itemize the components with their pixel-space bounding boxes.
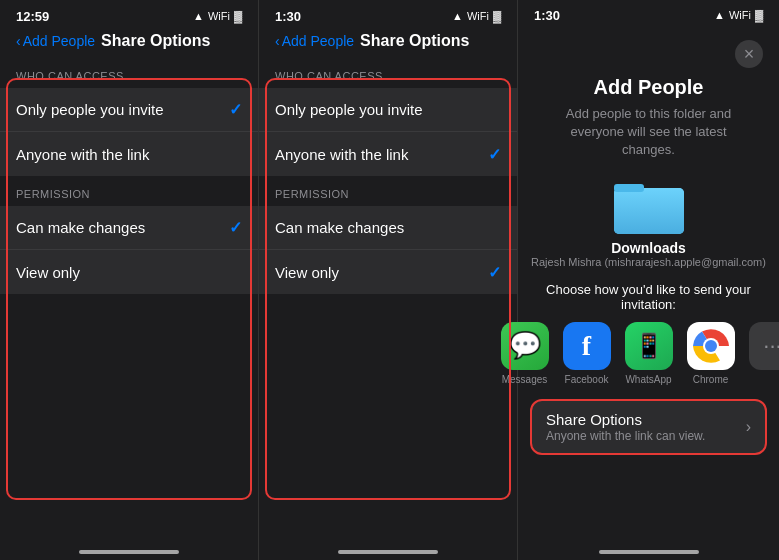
checkmark-viewonly-2: ✓ <box>488 263 501 282</box>
list-item[interactable]: Only people you invite <box>259 88 517 132</box>
folder-name: Downloads <box>518 240 779 256</box>
status-bar-1: 12:59 ▲ WiFi ▓ <box>0 0 258 28</box>
back-label-1: Add People <box>23 33 95 49</box>
list-item[interactable]: Can make changes ✓ <box>0 206 258 250</box>
nav-bar-2: ‹ Add People Share Options <box>259 28 517 58</box>
wifi-icon-2: WiFi <box>467 10 489 22</box>
chrome-label: Chrome <box>693 374 729 385</box>
permission-group-2: Can make changes View only ✓ <box>259 206 517 294</box>
signal-icon: ▲ <box>193 10 204 22</box>
messages-app[interactable]: 💬 Messages <box>501 322 549 385</box>
checkmark-only-invite-1: ✓ <box>229 100 242 119</box>
back-label-2: Add People <box>282 33 354 49</box>
messages-icon-glyph: 💬 <box>509 330 541 361</box>
facebook-label: Facebook <box>565 374 609 385</box>
choose-label: Choose how you'd like to send your invit… <box>518 278 779 322</box>
status-bar-2: 1:30 ▲ WiFi ▓ <box>259 0 517 28</box>
who-can-access-header-2: WHO CAN ACCESS <box>259 58 517 88</box>
list-item[interactable]: View only ✓ <box>259 250 517 294</box>
whatsapp-icon: 📱 <box>625 322 673 370</box>
permission-header-2: PERMISSION <box>259 176 517 206</box>
facebook-app[interactable]: f Facebook <box>563 322 611 385</box>
whatsapp-label: WhatsApp <box>625 374 671 385</box>
chrome-icon <box>687 322 735 370</box>
folder-owner: Rajesh Mishra (mishrarajesh.apple@gmail.… <box>518 256 779 268</box>
close-button[interactable]: × <box>735 40 763 68</box>
only-invite-label-2: Only people you invite <box>275 101 423 118</box>
checkmark-changes-1: ✓ <box>229 218 242 237</box>
add-people-subtitle: Add people to this folder and everyone w… <box>518 105 779 174</box>
facebook-icon: f <box>563 322 611 370</box>
can-make-changes-label-1: Can make changes <box>16 219 145 236</box>
facebook-icon-glyph: f <box>582 330 591 362</box>
close-icon: × <box>744 44 755 65</box>
chevron-left-icon-2: ‹ <box>275 33 280 49</box>
back-button-2[interactable]: ‹ Add People <box>275 33 354 49</box>
share-options-subtitle: Anyone with the link can view. <box>546 429 705 443</box>
home-indicator-2 <box>338 550 438 554</box>
list-item[interactable]: Anyone with the link <box>0 132 258 176</box>
status-bar-3: 1:30 ▲ WiFi ▓ <box>518 0 779 28</box>
list-item[interactable]: Only people you invite ✓ <box>0 88 258 132</box>
view-only-label-2: View only <box>275 264 339 281</box>
chrome-icon-svg <box>691 326 731 366</box>
battery-icon: ▓ <box>234 10 242 22</box>
chrome-app[interactable]: Chrome <box>687 322 735 385</box>
signal-icon-2: ▲ <box>452 10 463 22</box>
battery-icon-2: ▓ <box>493 10 501 22</box>
home-indicator-1 <box>79 550 179 554</box>
permission-group-1: Can make changes ✓ View only <box>0 206 258 294</box>
permission-header-1: PERMISSION <box>0 176 258 206</box>
who-can-access-header-1: WHO CAN ACCESS <box>0 58 258 88</box>
checkmark-anyone-2: ✓ <box>488 145 501 164</box>
add-people-header: × <box>518 28 779 72</box>
whatsapp-app[interactable]: 📱 WhatsApp <box>625 322 673 385</box>
share-options-text: Share Options Anyone with the link can v… <box>546 411 705 443</box>
who-can-access-group-2: Only people you invite Anyone with the l… <box>259 88 517 176</box>
phone-panel-2: 1:30 ▲ WiFi ▓ ‹ Add People Share Options… <box>259 0 518 560</box>
back-button-1[interactable]: ‹ Add People <box>16 33 95 49</box>
nav-title-2: Share Options <box>360 32 501 50</box>
view-only-label-1: View only <box>16 264 80 281</box>
chevron-left-icon: ‹ <box>16 33 21 49</box>
wifi-icon: WiFi <box>208 10 230 22</box>
folder-icon-wrap <box>518 174 779 240</box>
messages-label: Messages <box>502 374 548 385</box>
status-icons-2: ▲ WiFi ▓ <box>452 10 501 22</box>
phone-panel-1: 12:59 ▲ WiFi ▓ ‹ Add People Share Option… <box>0 0 259 560</box>
anyone-link-label-1: Anyone with the link <box>16 146 149 163</box>
only-invite-label-1: Only people you invite <box>16 101 164 118</box>
more-icon: ··· <box>749 322 780 370</box>
chevron-right-icon: › <box>746 418 751 436</box>
battery-icon-3: ▓ <box>755 9 763 21</box>
messages-icon: 💬 <box>501 322 549 370</box>
who-can-access-group-1: Only people you invite ✓ Anyone with the… <box>0 88 258 176</box>
list-item[interactable]: View only <box>0 250 258 294</box>
folder-icon <box>614 178 684 234</box>
add-people-title: Add People <box>518 72 779 105</box>
whatsapp-icon-glyph: 📱 <box>634 332 664 360</box>
home-indicator-3 <box>599 550 699 554</box>
wifi-icon-3: WiFi <box>729 9 751 21</box>
app-icons-row: 💬 Messages f Facebook 📱 WhatsApp <box>518 322 779 395</box>
nav-bar-1: ‹ Add People Share Options <box>0 28 258 58</box>
status-time-1: 12:59 <box>16 9 49 24</box>
share-options-row[interactable]: Share Options Anyone with the link can v… <box>530 399 767 455</box>
list-item[interactable]: Anyone with the link ✓ <box>259 132 517 176</box>
signal-icon-3: ▲ <box>714 9 725 21</box>
status-icons-3: ▲ WiFi ▓ <box>714 9 763 21</box>
svg-rect-2 <box>614 184 644 192</box>
nav-title-1: Share Options <box>101 32 242 50</box>
status-time-3: 1:30 <box>534 8 560 23</box>
more-icon-glyph: ··· <box>763 333 779 359</box>
share-options-title: Share Options <box>546 411 705 428</box>
status-time-2: 1:30 <box>275 9 301 24</box>
status-icons-1: ▲ WiFi ▓ <box>193 10 242 22</box>
more-app[interactable]: ··· <box>749 322 780 370</box>
svg-rect-1 <box>614 188 684 234</box>
list-item[interactable]: Can make changes <box>259 206 517 250</box>
can-make-changes-label-2: Can make changes <box>275 219 404 236</box>
svg-point-5 <box>705 340 717 352</box>
anyone-link-label-2: Anyone with the link <box>275 146 408 163</box>
add-people-panel: 1:30 ▲ WiFi ▓ × Add People Add people to… <box>518 0 779 560</box>
